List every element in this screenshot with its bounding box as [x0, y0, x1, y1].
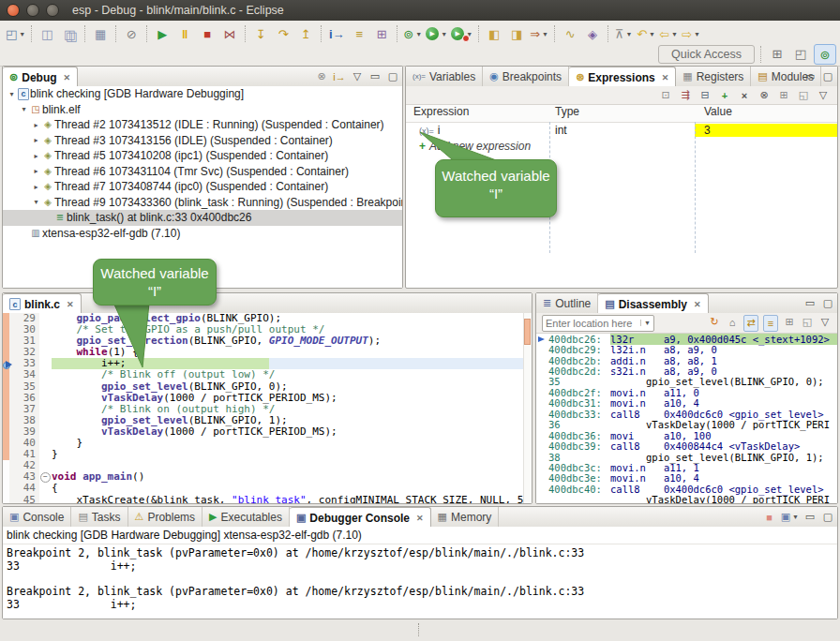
debug-perspective-button[interactable]: ⊚	[814, 44, 836, 65]
disassembly-row[interactable]: 400dbc33:call8 0x400dc6c0 <gpio_set_leve…	[536, 409, 837, 419]
disassembly-row[interactable]: 400dbc39:call8 0x400844c4 <vTaskDelay>	[536, 440, 837, 451]
code-line[interactable]: 41}	[3, 449, 532, 460]
debug-tree-item[interactable]: ▸◈Thread #6 1073431104 (Tmr Svc) (Suspen…	[3, 164, 402, 180]
caret-open-icon[interactable]: ▾	[7, 90, 17, 98]
close-icon[interactable]: ✕	[67, 300, 74, 309]
debug-tree-item[interactable]: ▸◈Thread #2 1073413512 (IDLE : Running) …	[3, 117, 402, 133]
maximize-button[interactable]: ▢	[821, 510, 834, 525]
close-icon[interactable]: ✕	[662, 73, 669, 82]
open-new-view-button[interactable]: ⊞	[777, 89, 790, 101]
disassembly-row[interactable]: 400dbc26:l32r a9, 0x400d045c <_stext+109…	[536, 334, 837, 344]
refresh-view-button[interactable]: ↻	[708, 315, 721, 330]
caret-closed-icon[interactable]: ▸	[31, 167, 41, 175]
suspend-button[interactable]: ‖	[173, 23, 196, 44]
fold-minus-icon[interactable]: −	[40, 472, 51, 483]
back-button[interactable]: ⇦▼	[657, 23, 680, 44]
remove-expression-button[interactable]: ×	[738, 90, 751, 101]
skip-all-breakpoints-button[interactable]: ⊘	[120, 23, 142, 44]
display-selected-console-button[interactable]: ▣▼	[781, 510, 799, 525]
forward-button[interactable]: ⇨▼	[680, 23, 702, 44]
close-icon[interactable]: ✕	[64, 73, 71, 82]
disassembly-row[interactable]: 35gpio_set_level(BLINK_GPIO, 0);	[536, 377, 837, 387]
caret-open-icon[interactable]: ▾	[19, 105, 29, 113]
show-debug-columns-button[interactable]: ≡	[348, 23, 370, 44]
disassembly-row[interactable]: 36vTaskDelay(1000 / portTICK_PERI	[536, 420, 837, 430]
minimize-button[interactable]: ▭	[368, 69, 382, 84]
tab-executables[interactable]: ▶Executables	[202, 507, 290, 527]
tab-console[interactable]: ▣Console	[3, 507, 71, 527]
maximize-button[interactable]: ▢	[386, 69, 399, 84]
tab-outline[interactable]: ≣Outline	[536, 293, 598, 313]
terminate-console-button[interactable]: ■	[763, 510, 776, 525]
breakpoint-arrow-icon[interactable]	[3, 360, 11, 368]
show-type-names-button[interactable]: ⊡	[659, 89, 672, 101]
caret-closed-icon[interactable]: ▸	[31, 183, 41, 191]
close-icon[interactable]: ✕	[694, 300, 701, 309]
debug-tree-item[interactable]: ≣blink_task() at blink.c:33 0x400dbc26	[3, 210, 402, 226]
pin-editor-button[interactable]: ⊼▼	[612, 23, 635, 44]
debug-tree-item[interactable]: ▾◳blink.elf	[3, 102, 402, 118]
console-output[interactable]: Breakpoint 2, blink_task (pvParameter=0x…	[3, 547, 837, 619]
tab-variables[interactable]: (x)=Variables	[406, 67, 483, 86]
window-maximize-button[interactable]	[46, 4, 59, 17]
disassembly-row[interactable]: 400dbc2f:movi.n a11, 0	[536, 387, 837, 397]
view-menu-button[interactable]: ▽	[817, 89, 830, 101]
view-menu-button[interactable]: ▽	[818, 315, 832, 330]
maximize-button[interactable]: ▢	[821, 69, 834, 84]
external-tools-button[interactable]: ▶▼	[449, 23, 474, 44]
tab-disassembly[interactable]: ▤Disassembly✕	[598, 293, 708, 314]
drag-grip[interactable]	[418, 623, 423, 636]
expression-row[interactable]: (x)=iint3	[406, 122, 837, 138]
disassembly-row[interactable]: 400dbc3c:movi.n a11, 1	[536, 462, 837, 472]
show-logical-structures-button[interactable]: ⇶	[679, 89, 692, 101]
debug-tree-item[interactable]: ▾cblink checking [GDB Hardware Debugging…	[3, 86, 402, 102]
tab-breakpoints[interactable]: ◉Breakpoints	[483, 67, 569, 86]
column-header-expression[interactable]: Expression	[406, 105, 549, 122]
step-return-button[interactable]: ↥	[294, 23, 317, 44]
caret-closed-icon[interactable]: ▸	[31, 121, 41, 129]
disassembly-listing[interactable]: 400dbc26:l32r a9, 0x400d045c <_stext+109…	[536, 334, 837, 503]
pin-view-button[interactable]: ◱	[801, 315, 814, 330]
caret-closed-icon[interactable]: ▸	[31, 136, 41, 144]
step-over-button[interactable]: ↷	[272, 23, 294, 44]
open-new-view-button[interactable]: ⊞	[783, 315, 796, 330]
disassembly-row[interactable]: 400dbc3e:movi.n a10, 4	[536, 473, 837, 484]
create-watch-expression-button[interactable]: +	[718, 90, 731, 101]
instruction-stepping-mode-button[interactable]: i→	[333, 69, 346, 84]
home-button[interactable]: ⌂	[726, 315, 739, 330]
show-source-button[interactable]: ≡	[763, 315, 778, 332]
build-button[interactable]: ▦	[89, 23, 112, 44]
debug-tree-item[interactable]: ▸◈Thread #7 1073408744 (ipc0) (Suspended…	[3, 179, 402, 195]
disconnect-button[interactable]: ⋈	[218, 23, 241, 44]
maximize-button[interactable]: ▢	[821, 296, 834, 311]
tab-expressions[interactable]: ⊛Expressions✕	[569, 67, 676, 87]
debug-tree-item[interactable]: ▾◈Thread #9 1073433360 (blink_task : Run…	[3, 195, 402, 211]
caret-open-icon[interactable]: ▾	[31, 198, 41, 206]
new-wizard-button[interactable]: ◰▼	[4, 23, 27, 44]
debug-tree-item[interactable]: ▥xtensa-esp32-elf-gdb (7.10)	[3, 226, 402, 242]
terminate-button[interactable]: ■	[196, 23, 218, 44]
disassembly-row[interactable]: 400dbc31:movi.n a10, 4	[536, 398, 837, 409]
save-button[interactable]: ◫	[36, 23, 58, 44]
disassembly-row[interactable]: 400dbc29:l32i.n a8, a9, 0	[536, 344, 837, 354]
quick-access-button[interactable]: Quick Access	[658, 45, 755, 64]
open-element-button[interactable]: ◈	[581, 23, 604, 44]
column-divider[interactable]	[695, 122, 696, 253]
remove-all-terminated-button[interactable]: ⊗	[315, 69, 328, 84]
chevron-down-icon[interactable]: ▼	[640, 320, 653, 326]
disassembly-row[interactable]: 400dbc2d:s32i.n a8, a9, 0	[536, 365, 837, 376]
remove-all-expressions-button[interactable]: ⊗	[758, 89, 771, 101]
flash-download-button[interactable]: ⇒▼	[528, 23, 550, 44]
open-perspective-button[interactable]: ⊞	[767, 44, 788, 63]
tab-problems[interactable]: ⚠Problems	[128, 507, 203, 527]
sync-with-context-button[interactable]: ⇄	[743, 315, 758, 332]
close-icon[interactable]: ✕	[416, 514, 424, 523]
window-minimize-button[interactable]	[26, 4, 39, 17]
debug-tree-item[interactable]: ▸◈Thread #3 1073413156 (IDLE) (Suspended…	[3, 133, 402, 149]
step-into-button[interactable]: ↧	[249, 23, 272, 44]
tab-registers[interactable]: ▦Registers	[676, 67, 751, 86]
group-threads-button[interactable]: ⊞	[370, 23, 393, 44]
tab-debug[interactable]: ⊚ Debug ✕	[3, 67, 78, 87]
location-input[interactable]	[543, 318, 640, 329]
location-combo[interactable]: ▼	[542, 315, 654, 332]
